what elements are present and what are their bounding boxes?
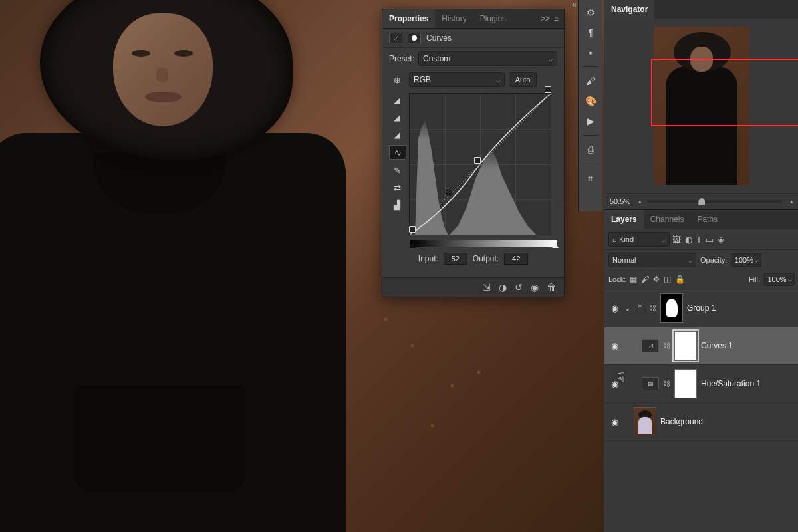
lock-artboard-icon[interactable]: ◫ [664, 275, 671, 284]
mask-link-icon[interactable]: ⛓ [663, 380, 670, 388]
black-point-handle[interactable] [409, 243, 416, 248]
fill-field[interactable]: 100%⌵ [764, 273, 795, 286]
visibility-toggle-icon[interactable]: ◉ [608, 303, 620, 313]
dock-divider [583, 164, 598, 164]
zoom-in-icon[interactable]: ▴ [790, 198, 793, 205]
opacity-field[interactable]: 100%⌵ [731, 253, 761, 267]
output-value-field[interactable]: 42 [504, 253, 528, 265]
tab-paths[interactable]: Paths [690, 210, 724, 229]
curve-options-icon[interactable]: ▟ [389, 198, 405, 211]
trash-icon[interactable]: 🗑 [547, 282, 556, 293]
collapsed-panel-dock: ⚙ ¶ ▪ 🖌 🎨 ▶ ⎙ ⌗ [578, 0, 602, 211]
opacity-label: Opacity: [700, 256, 727, 264]
layer-name[interactable]: Group 1 [687, 303, 716, 313]
mask-indicator-icon[interactable] [408, 33, 421, 43]
adjustment-header: ⩘ Curves [382, 29, 564, 48]
mask-link-icon[interactable]: ⛓ [663, 342, 670, 350]
zoom-slider[interactable] [647, 200, 782, 203]
layer-row-group[interactable]: ◉ ⌄ 🗀 ⛓ Group 1 [604, 289, 798, 327]
toggle-visibility-icon[interactable]: ◉ [531, 282, 539, 293]
navigator-zoom-bar: 50.5% ▴ ▴ [604, 193, 798, 209]
subject-hoodie [0, 133, 346, 532]
collapse-panel-button[interactable]: >> [541, 14, 550, 23]
lock-image-icon[interactable]: 🖌 [641, 275, 649, 284]
glyphs-panel-icon[interactable]: ⌗ [583, 171, 598, 186]
filter-kind-select[interactable]: ⌕ Kind [608, 232, 670, 247]
tab-navigator[interactable]: Navigator [604, 0, 654, 19]
dock-divider [583, 66, 598, 67]
zoom-out-icon[interactable]: ▴ [638, 198, 642, 205]
tab-plugins[interactable]: Plugins [473, 9, 513, 28]
layer-name[interactable]: Curves 1 [701, 341, 733, 350]
zoom-slider-handle[interactable] [698, 198, 705, 205]
reset-adjustment-icon[interactable]: ↺ [515, 282, 523, 293]
filter-smart-icon[interactable]: ◈ [718, 235, 724, 245]
color-panel-icon[interactable]: 🎨 [583, 94, 598, 108]
filter-image-icon[interactable]: 🖼 [672, 235, 681, 245]
eyedropper-gray-icon[interactable]: ◢ [389, 110, 405, 124]
tab-properties[interactable]: Properties [382, 9, 435, 28]
layer-row-huesat[interactable]: ◉ ▤ ⛓ Hue/Saturation 1 [604, 365, 798, 403]
pointer-cursor-icon: ☟ [617, 370, 625, 386]
layer-mask-thumbnail[interactable] [674, 369, 697, 398]
lock-label: Lock: [608, 275, 626, 283]
targeted-adjustment-icon[interactable]: ⊕ [389, 73, 405, 86]
filter-type-icon[interactable]: T [696, 235, 702, 245]
curves-adj-thumbnail[interactable]: ⩘ [642, 339, 659, 352]
swatches-panel-icon[interactable]: ▪ [583, 45, 598, 60]
background-thumbnail[interactable] [634, 407, 656, 436]
curve-point-tool-icon[interactable]: ∿ [389, 145, 406, 160]
lock-all-icon[interactable]: 🔒 [675, 275, 685, 284]
mask-link-icon[interactable]: ⛓ [649, 304, 656, 312]
group-disclosure-icon[interactable]: ⌄ [624, 304, 632, 313]
zoom-value-field[interactable]: 50.5% [610, 198, 630, 205]
adjustment-name: Curves [426, 33, 452, 43]
lock-transparency-icon[interactable]: ▦ [630, 275, 637, 284]
output-label: Output: [473, 254, 499, 263]
huesat-adj-thumbnail[interactable]: ▤ [642, 377, 659, 390]
panel-menu-icon[interactable]: ≡ [554, 14, 559, 23]
black-white-gradient-slider[interactable] [410, 240, 557, 247]
tab-history[interactable]: History [435, 9, 473, 28]
auto-button[interactable]: Auto [509, 72, 537, 87]
blend-mode-select[interactable]: Normal [608, 253, 696, 267]
properties-tabs: Properties History Plugins >> ≡ [382, 9, 564, 29]
tone-curve-line[interactable] [410, 94, 551, 235]
paragraph-panel-icon[interactable]: ¶ [583, 25, 598, 40]
tab-channels[interactable]: Channels [644, 210, 691, 229]
clone-source-panel-icon[interactable]: ⎙ [583, 142, 598, 157]
mask-mode-toggle-icon[interactable]: ◑ [499, 282, 507, 293]
filter-shape-icon[interactable]: ▭ [706, 235, 714, 245]
filter-adjustment-icon[interactable]: ◐ [685, 235, 692, 245]
visibility-toggle-icon[interactable]: ◉ [608, 417, 620, 427]
layer-name[interactable]: Background [660, 417, 703, 426]
eyedropper-white-icon[interactable]: ◢ [389, 128, 405, 141]
pencil-curve-tool-icon[interactable]: ✎ [389, 164, 405, 177]
channel-select[interactable]: RGB [409, 72, 505, 87]
input-label: Input: [418, 254, 438, 263]
layer-mask-thumbnail[interactable] [674, 331, 697, 360]
eyedropper-black-icon[interactable]: ◢ [389, 93, 405, 106]
layer-row-curves[interactable]: ◉ ⩘ ⛓ Curves 1 [604, 327, 798, 365]
smooth-curve-icon[interactable]: ⇄ [389, 181, 405, 194]
tab-layers[interactable]: Layers [604, 210, 644, 229]
input-value-field[interactable]: 52 [444, 253, 467, 265]
navigator-preview[interactable] [604, 19, 798, 193]
layer-list: ◉ ⌄ 🗀 ⛓ Group 1 ◉ ⩘ ⛓ Curves 1 ◉ ▤ ⛓ [604, 289, 798, 532]
white-point-handle[interactable] [552, 243, 559, 248]
svg-line-0 [410, 94, 551, 235]
photo-subject [0, 0, 332, 532]
curves-graph[interactable] [409, 93, 551, 235]
layer-row-background[interactable]: ◉ Background [604, 403, 798, 441]
brush-panel-icon[interactable]: 🖌 [583, 74, 598, 88]
adjustments-panel-icon[interactable]: ⚙ [583, 5, 598, 20]
properties-panel-footer: ⇲ ◑ ↺ ◉ 🗑 [382, 277, 564, 297]
layer-name[interactable]: Hue/Saturation 1 [701, 379, 761, 388]
actions-panel-icon[interactable]: ▶ [583, 114, 598, 128]
preset-select[interactable]: Custom [418, 51, 557, 66]
lock-position-icon[interactable]: ✥ [653, 275, 660, 284]
group-mask-thumbnail[interactable] [660, 293, 683, 323]
right-panel-column: Navigator 50.5% ▴ ▴ Layers Channels Path… [604, 0, 798, 532]
visibility-toggle-icon[interactable]: ◉ [608, 341, 620, 351]
clip-to-layer-icon[interactable]: ⇲ [483, 282, 491, 293]
